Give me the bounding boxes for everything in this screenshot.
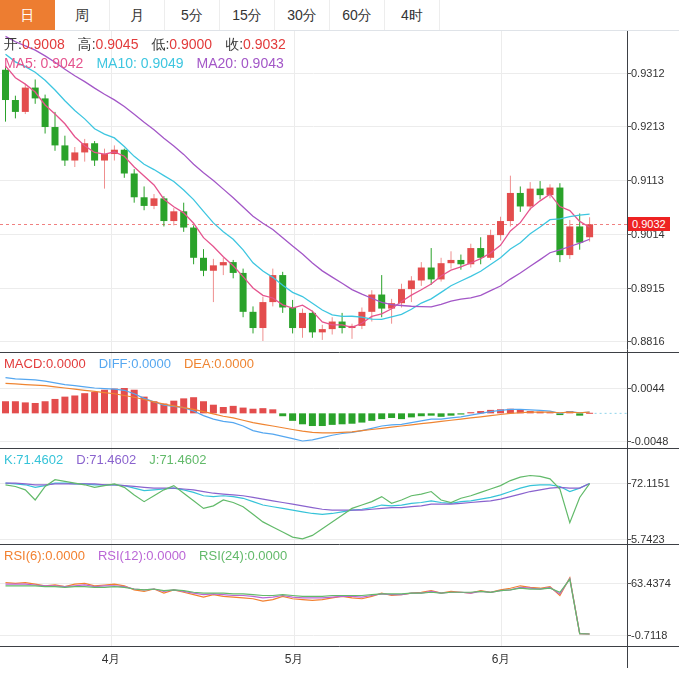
low-label: 低: bbox=[151, 36, 169, 52]
rsi12-value: RSI(12):0.0000 bbox=[98, 548, 186, 563]
close-readout: 收:0.9032 bbox=[225, 36, 286, 54]
ma-readout: MA5: 0.9042 MA10: 0.9049 MA20: 0.9043 bbox=[4, 55, 284, 71]
tab-60min[interactable]: 60分 bbox=[330, 0, 385, 30]
tab-week[interactable]: 周 bbox=[55, 0, 110, 30]
y-axis-label: 5.7423 bbox=[631, 533, 665, 545]
tab-30min[interactable]: 30分 bbox=[275, 0, 330, 30]
high-readout: 高:0.9045 bbox=[78, 36, 139, 54]
x-axis-label-jun: 6月 bbox=[492, 651, 511, 668]
y-axis-label: 0.8915 bbox=[631, 282, 665, 294]
open-label: 开: bbox=[4, 36, 22, 52]
macd-readout: MACD:0.0000 DIFF:0.0000 DEA:0.0000 bbox=[4, 356, 254, 371]
tab-15min[interactable]: 15分 bbox=[220, 0, 275, 30]
close-value: 0.9032 bbox=[243, 36, 286, 52]
rsi6-value: RSI(6):0.0000 bbox=[4, 548, 85, 563]
period-tabbar: 日 周 月 5分 15分 30分 60分 4时 bbox=[0, 0, 679, 31]
rsi24-value: RSI(24):0.0000 bbox=[199, 548, 287, 563]
y-axis-label: 0.9213 bbox=[631, 120, 665, 132]
x-axis-label-may: 5月 bbox=[285, 651, 304, 668]
y-axis-label: 63.4374 bbox=[631, 577, 671, 589]
ma10-value: MA10: 0.9049 bbox=[96, 55, 183, 71]
d-value: D:71.4602 bbox=[76, 452, 136, 467]
open-value: 0.9008 bbox=[22, 36, 65, 52]
chart-app: 日 周 月 5分 15分 30分 60分 4时 开:0.9008 高:0.904… bbox=[0, 0, 679, 673]
j-value: J:71.4602 bbox=[149, 452, 206, 467]
rsi-readout: RSI(6):0.0000 RSI(12):0.0000 RSI(24):0.0… bbox=[4, 548, 287, 563]
k-value: K:71.4602 bbox=[4, 452, 63, 467]
current-price-badge: 0.9032 bbox=[628, 217, 670, 231]
dea-value: DEA:0.0000 bbox=[184, 356, 254, 371]
macd-value: MACD:0.0000 bbox=[4, 356, 86, 371]
y-axis-label: 0.9113 bbox=[631, 174, 664, 186]
tab-month[interactable]: 月 bbox=[110, 0, 165, 30]
diff-value: DIFF:0.0000 bbox=[99, 356, 171, 371]
tab-5min[interactable]: 5分 bbox=[165, 0, 220, 30]
y-axis-label: -0.0048 bbox=[631, 435, 668, 447]
tab-day[interactable]: 日 bbox=[0, 0, 55, 30]
low-readout: 低:0.9000 bbox=[151, 36, 212, 54]
y-axis-label: 0.0044 bbox=[631, 382, 665, 394]
ma20-value: MA20: 0.9043 bbox=[197, 55, 284, 71]
high-label: 高: bbox=[78, 36, 96, 52]
high-value: 0.9045 bbox=[96, 36, 139, 52]
y-axis-label: 72.1151 bbox=[631, 477, 670, 489]
low-value: 0.9000 bbox=[169, 36, 212, 52]
ma5-value: MA5: 0.9042 bbox=[4, 55, 83, 71]
y-axis-label: 0.8816 bbox=[631, 335, 665, 347]
kdj-readout: K:71.4602 D:71.4602 J:71.4602 bbox=[4, 452, 206, 467]
y-axis-label: 0.9312 bbox=[631, 67, 665, 79]
x-axis-label-apr: 4月 bbox=[102, 651, 121, 668]
ohlc-readout: 开:0.9008 高:0.9045 低:0.9000 收:0.9032 bbox=[4, 36, 286, 54]
tabbar-filler bbox=[440, 0, 679, 30]
chart-canvas[interactable] bbox=[0, 0, 679, 673]
y-axis-label: -0.7118 bbox=[631, 629, 668, 641]
tab-4hour[interactable]: 4时 bbox=[385, 0, 440, 30]
open-readout: 开:0.9008 bbox=[4, 36, 65, 54]
close-label: 收: bbox=[225, 36, 243, 52]
